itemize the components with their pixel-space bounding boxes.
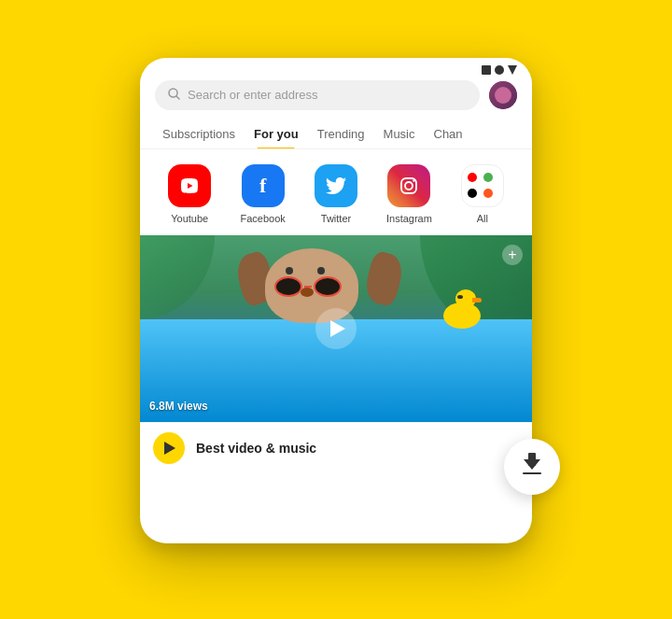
bg-foliage-left xyxy=(140,235,215,319)
download-icon xyxy=(523,459,541,474)
tab-trending[interactable]: Trending xyxy=(308,120,374,148)
app-twitter[interactable]: Twitter xyxy=(300,164,372,224)
rubber-duck xyxy=(439,277,485,329)
avatar[interactable] xyxy=(489,81,517,109)
glasses-bridge xyxy=(304,286,312,288)
phone-wrapper: Search or enter address Subscriptions Fo… xyxy=(140,77,532,543)
app-youtube[interactable]: Youtube xyxy=(153,164,226,224)
instagram-label: Instagram xyxy=(386,213,432,224)
download-arrow-icon xyxy=(524,459,540,470)
tab-chan[interactable]: Chan xyxy=(425,120,472,148)
download-button[interactable] xyxy=(504,439,560,495)
play-triangle-icon xyxy=(330,320,345,337)
status-signal-icon xyxy=(508,65,517,75)
search-icon xyxy=(168,88,180,103)
logo-play-icon xyxy=(164,442,175,455)
app-instagram[interactable]: Instagram xyxy=(372,164,445,224)
app-all[interactable]: All xyxy=(446,164,519,224)
app-logo xyxy=(153,432,185,464)
svg-point-5 xyxy=(413,179,415,181)
lens-left xyxy=(274,276,302,297)
bottom-bar-text: Best video & music xyxy=(196,441,519,456)
video-thumbnail[interactable]: + 6.8M views xyxy=(140,235,532,422)
lens-right xyxy=(314,276,342,297)
views-count: 6.8M views xyxy=(149,400,208,413)
facebook-icon: f xyxy=(242,164,285,207)
sunglasses xyxy=(274,276,351,297)
all-icon xyxy=(461,164,504,207)
app-facebook[interactable]: f Facebook xyxy=(226,164,299,224)
svg-point-4 xyxy=(405,182,413,190)
apps-row: Youtube f Facebook Twitter xyxy=(140,149,532,232)
instagram-icon xyxy=(387,164,430,207)
search-bar[interactable]: Search or enter address xyxy=(155,80,480,110)
duck-beak xyxy=(472,298,482,302)
youtube-icon xyxy=(168,164,211,207)
nav-tabs: Subscriptions For you Trending Music Cha… xyxy=(140,120,532,149)
youtube-label: Youtube xyxy=(171,213,208,224)
status-dot-icon xyxy=(495,65,504,75)
phone-screen: Search or enter address Subscriptions Fo… xyxy=(140,58,532,543)
search-placeholder: Search or enter address xyxy=(188,88,467,102)
status-square-icon xyxy=(482,65,491,75)
plus-button[interactable]: + xyxy=(502,245,523,265)
tab-for-you[interactable]: For you xyxy=(245,120,308,148)
svg-line-1 xyxy=(176,96,179,99)
twitter-label: Twitter xyxy=(321,213,351,224)
download-line-icon xyxy=(523,472,541,474)
bottom-bar: Best video & music xyxy=(140,422,532,473)
status-bar xyxy=(140,58,532,78)
play-button[interactable] xyxy=(315,308,357,349)
tab-music[interactable]: Music xyxy=(374,120,425,148)
dog-ear-right xyxy=(361,249,406,307)
all-label: All xyxy=(477,213,488,224)
twitter-icon xyxy=(315,164,357,207)
facebook-label: Facebook xyxy=(240,213,285,224)
tab-subscriptions[interactable]: Subscriptions xyxy=(153,120,245,148)
